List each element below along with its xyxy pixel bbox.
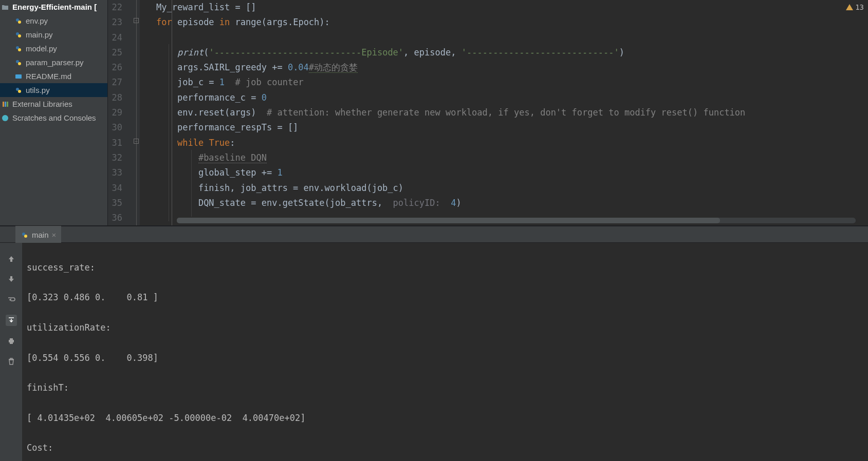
line-number: 31	[108, 136, 133, 150]
file-label: main.py	[26, 30, 53, 39]
line-number: 36	[108, 210, 133, 225]
warning-icon	[846, 4, 853, 10]
code-area[interactable]: My_reward_list = [] for episode in range…	[140, 0, 868, 225]
line-number: 25	[108, 45, 133, 60]
soft-wrap-icon[interactable]	[6, 294, 17, 305]
line-number-gutter: 22 23 24 25 26 27 28 29 30 31 32 33 34 3…	[108, 0, 133, 225]
svg-rect-17	[9, 340, 14, 342]
project-tree[interactable]: Energy-Efficient-main [ env.py main.py m…	[0, 0, 108, 225]
line-number: 33	[108, 165, 133, 180]
svg-rect-13	[7, 102, 8, 107]
svg-point-3	[18, 34, 21, 37]
fold-column[interactable]: − −	[133, 0, 140, 225]
line-number: 26	[108, 60, 133, 75]
line-number: 34	[108, 181, 133, 196]
python-file-icon	[14, 31, 23, 39]
scratches-label: Scratches and Consoles	[12, 113, 96, 122]
svg-point-16	[24, 235, 27, 238]
python-file-icon	[21, 231, 29, 239]
run-tab-label: main	[32, 230, 49, 239]
line-number: 29	[108, 105, 133, 120]
console-line: Cost:	[27, 440, 864, 455]
project-root[interactable]: Energy-Efficient-main [	[0, 0, 107, 14]
external-libraries[interactable]: External Libraries	[0, 97, 107, 111]
line-number: 32	[108, 150, 133, 165]
file-item[interactable]: model.py	[0, 42, 107, 55]
markdown-file-icon	[14, 72, 23, 81]
folder-icon	[1, 3, 9, 11]
file-label: model.py	[26, 44, 57, 53]
file-item[interactable]: README.md	[0, 69, 107, 83]
file-label: env.py	[26, 16, 48, 25]
line-number: 22	[108, 0, 133, 15]
python-file-icon	[14, 86, 23, 94]
arrow-up-icon[interactable]	[6, 253, 17, 264]
svg-point-1	[18, 21, 21, 24]
warning-count: 13	[855, 3, 864, 11]
project-root-label: Energy-Efficient-main [	[12, 3, 97, 11]
console-line: finishT:	[27, 380, 864, 395]
fold-toggle-icon[interactable]: −	[134, 18, 139, 23]
line-number: 24	[108, 30, 133, 45]
console-line: [ 4.01435e+02 4.00605e+02 -5.00000e-02 4…	[27, 411, 864, 426]
arrow-down-icon[interactable]	[6, 274, 17, 285]
code-editor[interactable]: 22 23 24 25 26 27 28 29 30 31 32 33 34 3…	[108, 0, 868, 225]
external-libraries-label: External Libraries	[12, 100, 72, 108]
run-tab-main[interactable]: main ×	[15, 226, 61, 243]
scroll-to-end-icon[interactable]	[6, 315, 17, 326]
svg-rect-12	[5, 102, 6, 107]
library-icon	[1, 100, 9, 108]
horizontal-scrollbar[interactable]	[177, 218, 856, 223]
file-item[interactable]: param_parser.py	[0, 55, 107, 69]
run-tabs: main ×	[0, 226, 868, 243]
svg-point-10	[18, 90, 21, 93]
console-line: [0.323 0.486 0. 0.81 ]	[27, 290, 864, 305]
line-number: 27	[108, 75, 133, 90]
svg-point-5	[18, 48, 21, 51]
python-file-icon	[14, 59, 23, 67]
svg-rect-18	[10, 338, 13, 340]
python-file-icon	[14, 17, 23, 25]
svg-point-7	[18, 62, 21, 65]
file-label: param_parser.py	[26, 58, 84, 67]
warning-badge[interactable]: 13	[846, 3, 864, 11]
scratches-consoles[interactable]: Scratches and Consoles	[0, 111, 107, 125]
console-line: success_rate:	[27, 260, 864, 275]
console-output[interactable]: success_rate: [0.323 0.486 0. 0.81 ] uti…	[23, 243, 868, 461]
svg-rect-11	[3, 102, 4, 107]
file-item[interactable]: env.py	[0, 14, 107, 28]
line-number: 30	[108, 120, 133, 135]
python-file-icon	[14, 45, 23, 53]
scratch-icon	[1, 114, 9, 122]
print-icon[interactable]	[6, 335, 17, 347]
fold-toggle-icon[interactable]: −	[134, 139, 139, 144]
file-item-selected[interactable]: utils.py	[0, 83, 107, 97]
svg-rect-19	[10, 342, 13, 344]
line-number: 28	[108, 90, 133, 105]
file-label: README.md	[26, 72, 71, 81]
line-number: 35	[108, 196, 133, 210]
svg-rect-8	[15, 74, 22, 79]
console-line: [0.554 0.556 0. 0.398]	[27, 351, 864, 366]
line-number: 23	[108, 15, 133, 30]
run-toolbar	[0, 243, 23, 461]
close-icon[interactable]: ×	[52, 230, 57, 239]
file-item[interactable]: main.py	[0, 28, 107, 42]
svg-point-14	[2, 115, 8, 121]
run-panel: main × success_rate: [0.323 0.486 0. 0.8…	[0, 226, 868, 461]
file-label: utils.py	[26, 86, 50, 94]
console-line: utilizationRate:	[27, 320, 864, 335]
trash-icon[interactable]	[6, 356, 17, 367]
